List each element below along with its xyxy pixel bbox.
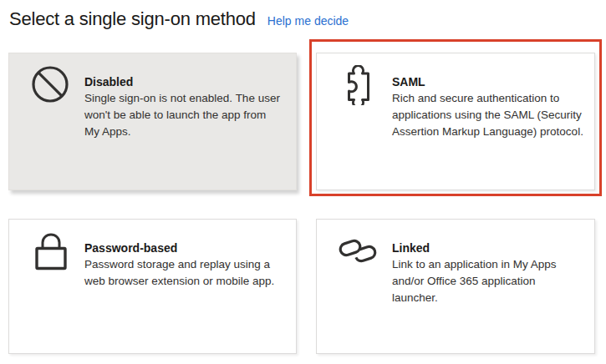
lock-icon — [31, 231, 71, 271]
help-me-decide-link[interactable]: Help me decide — [267, 14, 349, 28]
page-header: Select a single sign-on method Help me d… — [0, 0, 606, 32]
puzzle-piece-icon — [339, 65, 379, 105]
card-title-password-based: Password-based — [84, 240, 274, 256]
card-title-saml: SAML — [392, 73, 583, 90]
card-title-linked: Linked — [392, 240, 584, 256]
link-icon — [339, 231, 379, 271]
prohibition-icon — [31, 65, 71, 105]
sso-method-card-disabled[interactable]: Disabled Single sign-on is not enabled. … — [8, 53, 297, 190]
page-title: Select a single sign-on method — [9, 6, 256, 32]
sso-method-grid: Disabled Single sign-on is not enabled. … — [8, 53, 606, 354]
card-desc-disabled: Single sign-on is not enabled. The user … — [84, 90, 280, 140]
sso-method-card-password-based[interactable]: Password-based Password storage and repl… — [8, 219, 297, 354]
sso-method-saml-wrapper: SAML Rich and secure authentication to a… — [316, 53, 595, 190]
card-title-disabled: Disabled — [84, 73, 280, 90]
sso-method-card-linked[interactable]: Linked Link to an application in My Apps… — [316, 219, 595, 354]
card-desc-saml: Rich and secure authentication to applic… — [392, 90, 583, 140]
sso-method-card-saml[interactable]: SAML Rich and secure authentication to a… — [316, 53, 595, 190]
card-desc-linked: Link to an application in My Apps and/or… — [392, 256, 584, 306]
card-desc-password-based: Password storage and replay using a web … — [84, 256, 274, 290]
